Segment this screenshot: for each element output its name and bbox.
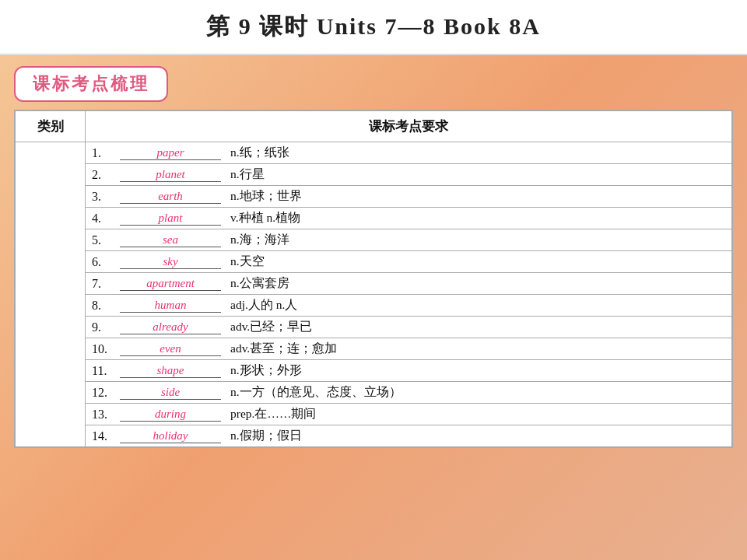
content-cell: 12.siden.一方（的意见、态度、立场） <box>86 382 732 404</box>
table-row: 9.alreadyadv.已经；早已 <box>16 317 732 338</box>
definition-text: prep.在……期间 <box>230 406 316 422</box>
definition-text: n.行星 <box>230 166 265 183</box>
table-row: 6.skyn.天空 <box>16 251 732 273</box>
table-row: 4.plantv.种植 n.植物 <box>16 208 732 229</box>
content-cell: 5.sean.海；海洋 <box>86 229 732 251</box>
content-cell: 1.papern.纸；纸张 <box>86 142 732 164</box>
definition-text: n.公寓套房 <box>230 275 289 292</box>
vocabulary-word: shape <box>157 364 184 376</box>
row-number: 9. <box>92 320 117 334</box>
definition-text: n.一方（的意见、态度、立场） <box>230 384 402 401</box>
definition-text: n.天空 <box>230 254 265 270</box>
definition-text: n.假期；假日 <box>230 428 302 444</box>
row-number: 7. <box>92 277 117 291</box>
definition-text: adv.已经；早已 <box>230 319 312 335</box>
row-number: 5. <box>92 233 117 247</box>
fill-blank: plant <box>120 211 221 226</box>
vocabulary-word: holiday <box>153 429 188 442</box>
vocabulary-table: 类别 课标考点要求 1.papern.纸；纸张2.planetn.行星3.ear… <box>15 110 732 447</box>
content-cell: 4.plantv.种植 n.植物 <box>86 208 732 229</box>
content-cell: 2.planetn.行星 <box>86 164 732 186</box>
fill-blank: holiday <box>120 429 221 443</box>
vocabulary-word: earth <box>158 190 183 202</box>
vocabulary-word: during <box>155 408 186 420</box>
col-header-content: 课标考点要求 <box>86 111 732 142</box>
vocabulary-word: plant <box>159 212 183 224</box>
section-label-container: 课标考点梳理 <box>0 55 747 110</box>
definition-text: adv.甚至；连；愈加 <box>230 341 337 357</box>
row-number: 1. <box>92 146 117 160</box>
fill-blank: sea <box>120 233 221 247</box>
definition-text: v.种植 n.植物 <box>230 210 300 226</box>
fill-blank: side <box>120 385 221 400</box>
content-cell: 8.humanadj.人的 n.人 <box>86 295 732 317</box>
fill-blank: apartment <box>120 276 221 291</box>
page-header: 第 9 课时 Units 7—8 Book 8A <box>0 0 747 55</box>
table-row: 1.papern.纸；纸张 <box>16 142 732 164</box>
fill-blank: during <box>120 407 221 422</box>
table-row: 10.evenadv.甚至；连；愈加 <box>16 338 732 360</box>
table-row: 3.earthn.地球；世界 <box>16 186 732 208</box>
section-label: 课标考点梳理 <box>14 66 168 102</box>
content-cell: 7.apartmentn.公寓套房 <box>86 273 732 295</box>
col-header-category: 类别 <box>16 111 86 142</box>
row-number: 13. <box>92 408 117 422</box>
row-number: 4. <box>92 212 117 226</box>
row-number: 10. <box>92 342 117 356</box>
content-cell: 10.evenadv.甚至；连；愈加 <box>86 338 732 360</box>
fill-blank: planet <box>120 167 221 182</box>
fill-blank: sky <box>120 254 221 269</box>
table-row: 8.humanadj.人的 n.人 <box>16 295 732 317</box>
definition-text: n.海；海洋 <box>230 232 289 248</box>
fill-blank: paper <box>120 145 221 160</box>
vocabulary-word: human <box>155 299 187 311</box>
content-cell: 13.duringprep.在……期间 <box>86 404 732 425</box>
definition-text: n.地球；世界 <box>230 188 302 205</box>
table-row: 14.holidayn.假期；假日 <box>16 425 732 447</box>
row-number: 11. <box>92 364 117 378</box>
content-cell: 9.alreadyadv.已经；早已 <box>86 317 732 338</box>
header-title: 第 9 课时 Units 7—8 Book 8A <box>206 13 541 39</box>
vocabulary-word: even <box>160 342 181 355</box>
vocabulary-word: apartment <box>146 277 195 289</box>
vocabulary-word: sea <box>163 233 178 246</box>
table-row: 11.shapen.形状；外形 <box>16 360 732 382</box>
category-cell <box>16 142 86 447</box>
table-row: 2.planetn.行星 <box>16 164 732 186</box>
vocabulary-word: already <box>153 320 188 333</box>
vocabulary-word: planet <box>156 168 185 180</box>
fill-blank: earth <box>120 189 221 204</box>
fill-blank: shape <box>120 363 221 378</box>
vocabulary-word: sky <box>163 255 177 268</box>
vocabulary-word: side <box>161 386 180 398</box>
row-number: 6. <box>92 255 117 269</box>
content-cell: 6.skyn.天空 <box>86 251 732 273</box>
row-number: 2. <box>92 168 117 182</box>
definition-text: n.形状；外形 <box>230 362 302 379</box>
fill-blank: already <box>120 320 221 334</box>
table-row: 7.apartmentn.公寓套房 <box>16 273 732 295</box>
content-cell: 14.holidayn.假期；假日 <box>86 425 732 447</box>
content-cell: 3.earthn.地球；世界 <box>86 186 732 208</box>
row-number: 8. <box>92 299 117 313</box>
main-table-wrapper: 类别 课标考点要求 1.papern.纸；纸张2.planetn.行星3.ear… <box>14 110 733 448</box>
table-row: 13.duringprep.在……期间 <box>16 404 732 425</box>
fill-blank: even <box>120 341 221 356</box>
definition-text: n.纸；纸张 <box>230 145 289 161</box>
row-number: 14. <box>92 429 117 443</box>
table-row: 5.sean.海；海洋 <box>16 229 732 251</box>
table-row: 12.siden.一方（的意见、态度、立场） <box>16 382 732 404</box>
row-number: 12. <box>92 386 117 400</box>
vocabulary-word: paper <box>157 146 184 159</box>
fill-blank: human <box>120 298 221 313</box>
row-number: 3. <box>92 190 117 204</box>
definition-text: adj.人的 n.人 <box>230 297 297 313</box>
content-cell: 11.shapen.形状；外形 <box>86 360 732 382</box>
